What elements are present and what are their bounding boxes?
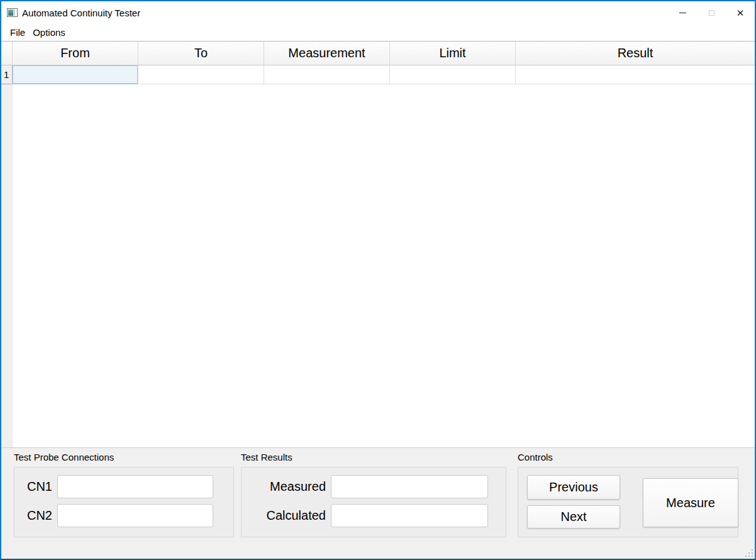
column-header-measurement[interactable]: Measurement <box>264 42 390 65</box>
bottom-panel: Test Probe Connections CN1 CN2 Test Resu… <box>1 447 755 559</box>
grip-dot <box>748 556 750 557</box>
table-corner-cell <box>1 42 13 65</box>
column-header-from[interactable]: From <box>13 42 138 65</box>
app-icon-pane <box>14 9 16 16</box>
menu-file[interactable]: File <box>6 26 29 39</box>
close-button[interactable]: ✕ <box>726 1 755 24</box>
calculated-input[interactable] <box>331 504 488 527</box>
results-group-frame: Measured Calculated <box>241 467 506 537</box>
menu-options[interactable]: Options <box>29 26 69 39</box>
measured-input[interactable] <box>331 475 488 498</box>
grip-dot <box>748 552 750 554</box>
title-bar: Automated Continuity Tester ✕ <box>1 1 755 24</box>
maximize-icon <box>709 10 714 16</box>
cell-result-row1[interactable] <box>516 65 755 84</box>
minimize-button[interactable] <box>668 1 697 24</box>
test-table: From To Measurement Limit Result 1 <box>1 41 755 447</box>
cell-measurement-row1[interactable] <box>264 65 390 84</box>
controls-group-frame: Previous Next Measure <box>518 467 738 537</box>
maximize-button <box>697 1 726 24</box>
next-button[interactable]: Next <box>527 505 620 529</box>
row-header-gutter <box>1 84 13 447</box>
column-header-to[interactable]: To <box>138 42 264 65</box>
table-row: 1 <box>1 65 755 84</box>
minimize-icon <box>679 13 686 13</box>
table-body-blank <box>13 84 755 447</box>
measure-button[interactable]: Measure <box>643 478 738 527</box>
table-empty-area <box>1 84 755 447</box>
app-icon <box>7 8 18 17</box>
app-window: Automated Continuity Tester ✕ File Optio… <box>0 0 756 560</box>
close-icon: ✕ <box>737 8 745 18</box>
window-controls: ✕ <box>668 1 755 24</box>
previous-button[interactable]: Previous <box>527 475 620 500</box>
column-header-limit[interactable]: Limit <box>390 42 516 65</box>
table-header-row: From To Measurement Limit Result <box>1 41 755 65</box>
measured-label: Measured <box>248 479 331 494</box>
grip-dot <box>752 556 753 557</box>
calculated-label: Calculated <box>248 508 331 523</box>
grip-dot <box>752 549 753 551</box>
cn1-label: CN1 <box>19 479 57 494</box>
resize-grip[interactable] <box>744 548 753 557</box>
cn2-input[interactable] <box>57 504 213 527</box>
window-title: Automated Continuity Tester <box>22 8 140 18</box>
cn2-label: CN2 <box>19 508 57 523</box>
results-group-title: Test Results <box>241 452 292 462</box>
app-icon-fill <box>8 9 13 16</box>
cn1-input[interactable] <box>57 475 213 498</box>
cell-from-row1[interactable] <box>13 65 138 84</box>
column-header-result[interactable]: Result <box>516 42 755 65</box>
menu-bar: File Options <box>1 24 755 41</box>
probe-group-title: Test Probe Connections <box>14 452 114 462</box>
probe-group-frame: CN1 CN2 <box>14 467 234 537</box>
grip-dot <box>752 552 753 554</box>
controls-group-title: Controls <box>518 452 553 462</box>
cell-limit-row1[interactable] <box>390 65 516 84</box>
cell-to-row1[interactable] <box>138 65 264 84</box>
grip-dot <box>745 556 747 557</box>
row-number[interactable]: 1 <box>1 65 13 84</box>
